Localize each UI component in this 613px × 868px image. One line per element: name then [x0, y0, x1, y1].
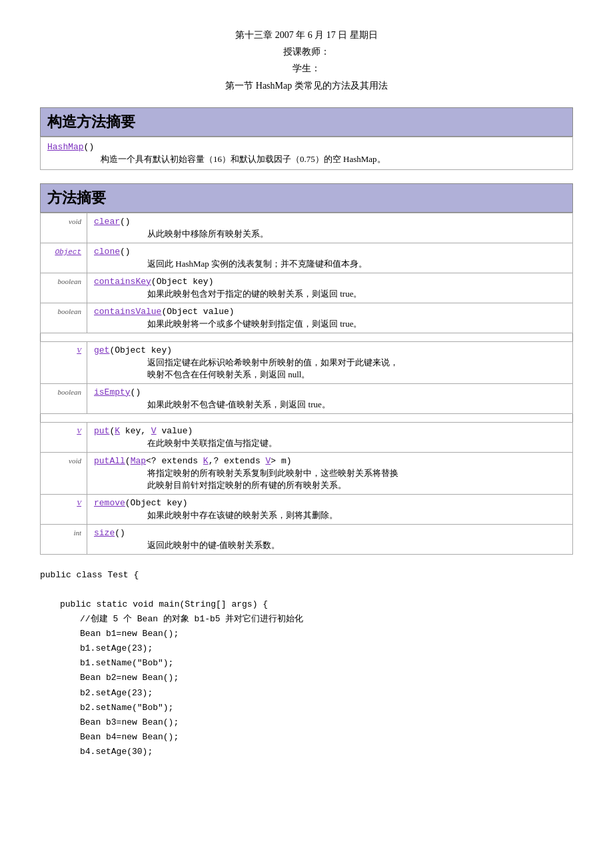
method-summary-title: 方法摘要	[40, 183, 573, 213]
method-params-clone: ()	[120, 247, 131, 257]
method-name-clear[interactable]: clear	[94, 217, 120, 227]
method-desc-putall: 将指定映射的所有映射关系复制到此映射中，这些映射关系将替换此映射目前针对指定映射…	[94, 467, 566, 491]
method-desc-size: 返回此映射中的键-值映射关系数。	[94, 539, 566, 551]
method-name-containskey[interactable]: containsKey	[94, 277, 151, 287]
method-params-size: ()	[115, 528, 125, 538]
method-cell-putall: putAll(Map<? extends K,? extends V> m) 将…	[87, 452, 573, 494]
method-desc-put: 在此映射中关联指定值与指定键。	[94, 437, 566, 449]
code-line-9: b2.setAge(23);	[40, 686, 573, 701]
return-type-containskey: boolean	[41, 273, 87, 303]
spacer-row-2	[41, 413, 573, 422]
method-row-size: int size() 返回此映射中的键-值映射关系数。	[41, 524, 573, 554]
constructor-row-hashmap: HashMap() 构造一个具有默认初始容量（16）和默认加载因子（0.75）的…	[41, 137, 573, 169]
method-cell-remove: remove(Object key) 如果此映射中存在该键的映射关系，则将其删除…	[87, 494, 573, 524]
method-row-clone: Object clone() 返回此 HashMap 实例的浅表复制；并不克隆键…	[41, 243, 573, 273]
return-type-clear: void	[41, 213, 87, 243]
code-line-8: Bean b2=new Bean();	[40, 671, 573, 685]
return-type-isempty: boolean	[41, 383, 87, 413]
method-params-isempty: ()	[131, 387, 141, 397]
method-row-put: V put(K key, V value) 在此映射中关联指定值与指定键。	[41, 422, 573, 452]
constructor-name[interactable]: HashMap	[47, 142, 84, 152]
code-line-13: b4.setAge(30);	[40, 745, 573, 759]
chapter-title: 第十三章 2007 年 6 月 17 日 星期日	[40, 27, 573, 43]
method-name-containsvalue[interactable]: containsValue	[94, 307, 161, 317]
return-type-put: V	[41, 422, 87, 452]
spacer-row-1	[41, 333, 573, 341]
method-params-get: (Object key)	[109, 345, 172, 355]
page-header: 第十三章 2007 年 6 月 17 日 星期日 授课教师： 学生： 第一节 H…	[40, 27, 573, 94]
method-summary-table: void clear() 从此映射中移除所有映射关系。 Object clone…	[40, 213, 573, 555]
constructor-summary-table: HashMap() 构造一个具有默认初始容量（16）和默认加载因子（0.75）的…	[40, 137, 573, 170]
method-name-putall[interactable]: putAll	[94, 456, 125, 466]
method-row-get: V get(Object key) 返回指定键在此标识哈希映射中所映射的值，如果…	[41, 341, 573, 383]
method-params-remove: (Object key)	[125, 498, 188, 508]
code-line-1: public class Test {	[40, 568, 573, 583]
method-cell-containskey: containsKey(Object key) 如果此映射包含对于指定的键的映射…	[87, 273, 573, 303]
code-block: public class Test { public static void m…	[40, 568, 573, 759]
method-row-isempty: boolean isEmpty() 如果此映射不包含键-值映射关系，则返回 tr…	[41, 383, 573, 413]
method-params-containsvalue: (Object value)	[161, 307, 234, 317]
return-type-get: V	[41, 341, 87, 383]
method-cell-size: size() 返回此映射中的键-值映射关系数。	[87, 524, 573, 554]
method-cell-clear: clear() 从此映射中移除所有映射关系。	[87, 213, 573, 243]
method-cell-containsvalue: containsValue(Object value) 如果此映射将一个或多个键…	[87, 303, 573, 333]
method-row-putall: void putAll(Map<? extends K,? extends V>…	[41, 452, 573, 494]
method-name-isempty[interactable]: isEmpty	[94, 387, 131, 397]
code-line-5: Bean b1=new Bean();	[40, 627, 573, 641]
method-cell-put: put(K key, V value) 在此映射中关联指定值与指定键。	[87, 422, 573, 452]
method-desc-containsvalue: 如果此映射将一个或多个键映射到指定值，则返回 true。	[94, 318, 566, 330]
constructor-cell: HashMap() 构造一个具有默认初始容量（16）和默认加载因子（0.75）的…	[41, 137, 573, 169]
method-name-remove[interactable]: remove	[94, 498, 125, 508]
method-desc-clear: 从此映射中移除所有映射关系。	[94, 228, 566, 240]
method-desc-isempty: 如果此映射不包含键-值映射关系，则返回 true。	[94, 399, 566, 411]
method-name-clone[interactable]: clone	[94, 247, 120, 257]
method-desc-get: 返回指定键在此标识哈希映射中所映射的值，如果对于此键来说，映射不包含在任何映射关…	[94, 357, 566, 381]
method-row-containsvalue: boolean containsValue(Object value) 如果此映…	[41, 303, 573, 333]
code-line-12: Bean b4=new Bean();	[40, 730, 573, 745]
section-title: 第一节 HashMap 类常见的方法及其用法	[40, 77, 573, 94]
method-params-clear: ()	[120, 217, 131, 227]
method-cell-get: get(Object key) 返回指定键在此标识哈希映射中所映射的值，如果对于…	[87, 341, 573, 383]
method-desc-remove: 如果此映射中存在该键的映射关系，则将其删除。	[94, 509, 566, 521]
method-name-size[interactable]: size	[94, 528, 115, 538]
method-cell-clone: clone() 返回此 HashMap 实例的浅表复制；并不克隆键和值本身。	[87, 243, 573, 273]
code-line-2	[40, 583, 573, 597]
constructor-params: ()	[84, 142, 95, 152]
code-line-6: b1.setAge(23);	[40, 641, 573, 656]
return-type-remove: V	[41, 494, 87, 524]
method-name-put[interactable]: put	[94, 426, 109, 436]
method-row-containskey: boolean containsKey(Object key) 如果此映射包含对…	[41, 273, 573, 303]
constructor-summary-title: 构造方法摘要	[40, 107, 573, 137]
code-line-7: b1.setName("Bob");	[40, 656, 573, 671]
return-type-containsvalue: boolean	[41, 303, 87, 333]
method-cell-isempty: isEmpty() 如果此映射不包含键-值映射关系，则返回 true。	[87, 383, 573, 413]
method-desc-clone: 返回此 HashMap 实例的浅表复制；并不克隆键和值本身。	[94, 258, 566, 270]
teacher-label: 授课教师：	[40, 43, 573, 60]
method-desc-containskey: 如果此映射包含对于指定的键的映射关系，则返回 true。	[94, 288, 566, 300]
method-row-clear: void clear() 从此映射中移除所有映射关系。	[41, 213, 573, 243]
code-line-4: //创建 5 个 Bean 的对象 b1-b5 并对它们进行初始化	[40, 612, 573, 627]
code-line-11: Bean b3=new Bean();	[40, 715, 573, 730]
method-params-containskey: (Object key)	[151, 277, 214, 287]
method-params-putall: (Map<? extends K,? extends V> m)	[125, 456, 292, 466]
method-row-remove: V remove(Object key) 如果此映射中存在该键的映射关系，则将其…	[41, 494, 573, 524]
code-line-3: public static void main(String[] args) {	[40, 597, 573, 612]
code-line-10: b2.setName("Bob");	[40, 701, 573, 715]
return-type-putall: void	[41, 452, 87, 494]
method-params-put: (K key, V value)	[109, 426, 193, 436]
constructor-desc: 构造一个具有默认初始容量（16）和默认加载因子（0.75）的空 HashMap。	[47, 153, 566, 165]
method-name-get[interactable]: get	[94, 345, 109, 355]
return-type-clone: Object	[41, 243, 87, 273]
return-type-size: int	[41, 524, 87, 554]
student-label: 学生：	[40, 60, 573, 77]
